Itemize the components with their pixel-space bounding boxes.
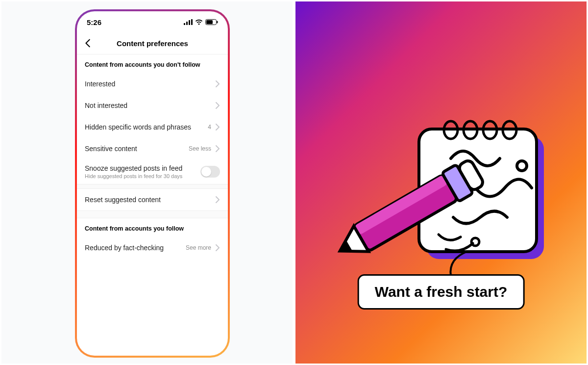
item-label: Hidden specific words and phrases [85,123,191,131]
section-gap [77,210,228,218]
phone-frame: 5:26 Content prefe [75,9,230,358]
list-divider [77,184,228,189]
item-trail: See more [186,244,211,251]
item-label: Reduced by fact-checking [85,244,164,252]
item-label: Sensitive content [85,145,137,153]
item-label: Interested [85,80,115,88]
chevron-right-icon [215,145,220,152]
chevron-right-icon [215,196,220,203]
svg-rect-5 [206,20,213,24]
promo-text: Want a fresh start? [375,284,508,300]
item-reset-suggested[interactable]: Reset suggested content [77,189,228,210]
status-icons [184,18,218,26]
chevron-right-icon [215,102,220,109]
wifi-icon [195,18,203,26]
chevron-right-icon [215,244,220,251]
svg-rect-1 [186,22,188,25]
phone-screen: 5:26 Content prefe [77,11,228,356]
item-not-interested[interactable]: Not interested [77,95,228,116]
section-header-unfollowed: Content from accounts you don't follow [77,54,228,73]
status-bar: 5:26 [77,11,228,33]
snooze-toggle[interactable] [200,166,220,178]
left-panel: 5:26 Content prefe [0,0,294,365]
svg-rect-3 [191,19,193,25]
page-title: Content preferences [117,39,188,48]
promo-speech-bubble: Want a fresh start? [358,274,525,310]
item-hidden-words[interactable]: Hidden specific words and phrases 4 [77,116,228,138]
battery-icon [205,18,218,26]
item-label: Not interested [85,102,127,109]
item-interested[interactable]: Interested [77,73,228,95]
item-badge: 4 [208,124,211,130]
section-header-followed: Content from accounts you follow [77,218,228,237]
item-label: Reset suggested content [85,196,161,204]
item-snooze-suggested[interactable]: Snooze suggested posts in feed Hide sugg… [77,159,228,184]
right-panel: Want a fresh start? [294,0,588,365]
item-label: Snooze suggested posts in feed [85,164,182,172]
item-reduced-fact-checking[interactable]: Reduced by fact-checking See more [77,237,228,259]
item-sublabel: Hide suggested posts in feed for 30 days [85,173,182,179]
pencil-notepad-illustration [323,119,559,288]
nav-header: Content preferences [77,33,228,54]
back-button[interactable] [83,38,94,51]
svg-rect-6 [217,21,218,23]
status-time: 5:26 [87,18,101,26]
svg-rect-0 [184,23,185,25]
cellular-icon [184,18,193,26]
svg-rect-2 [189,20,190,25]
item-sensitive-content[interactable]: Sensitive content See less [77,138,228,159]
chevron-right-icon [215,124,220,130]
item-trail: See less [189,145,211,152]
chevron-right-icon [215,80,220,87]
